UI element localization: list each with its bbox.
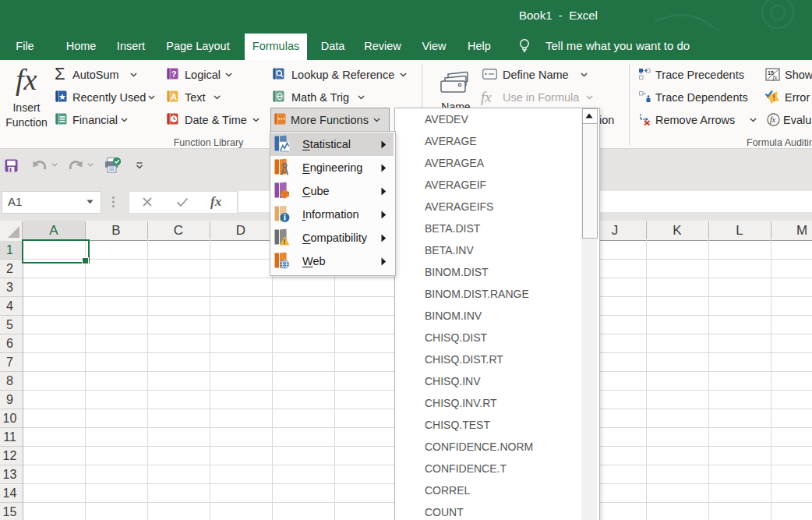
svg-text:?: ?	[171, 69, 177, 79]
svg-text:A: A	[171, 92, 177, 101]
svg-text:fx: fx	[770, 115, 776, 124]
svg-text:★: ★	[58, 92, 66, 101]
svg-text:fx: fx	[773, 74, 778, 81]
